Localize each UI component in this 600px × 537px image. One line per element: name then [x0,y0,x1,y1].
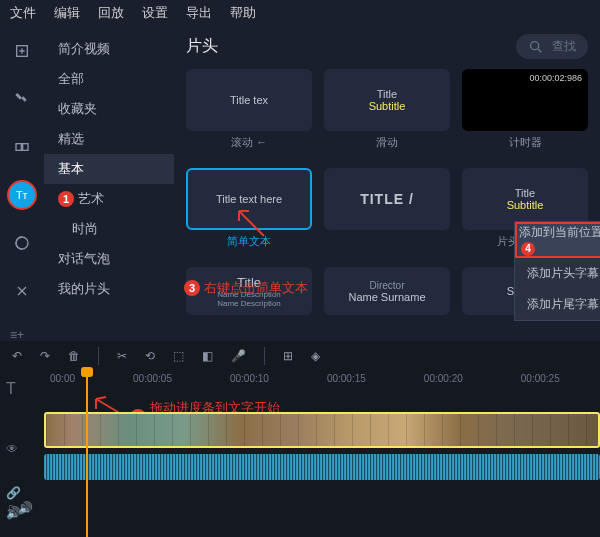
left-toolbar: Tт [0,26,44,341]
menu-settings[interactable]: 设置 [142,4,168,22]
sidebar-item-basic[interactable]: 基本 [44,154,174,184]
sidebar-item-mytitles[interactable]: 我的片头 [44,274,174,304]
sidebar-item-favorites[interactable]: 收藏夹 [44,94,174,124]
annotation-arrow-icon [229,201,269,241]
search-box[interactable]: 查找 [516,34,588,59]
crop-icon[interactable]: ⬚ [173,349,184,363]
svg-text:Tт: Tт [16,189,28,201]
card-label: 计时器 [462,135,588,150]
rotate-icon[interactable]: ⟲ [145,349,155,363]
link-icon[interactable]: 🔗 [6,486,21,500]
titles-icon[interactable]: Tт [7,180,37,210]
title-card[interactable]: TitleSubtitle [324,69,450,131]
sidebar-item-intro[interactable]: 简介视频 [44,34,174,64]
menu-export[interactable]: 导出 [186,4,212,22]
card-label: 滚动 ← [186,135,312,150]
menu-playback[interactable]: 回放 [98,4,124,22]
playhead[interactable] [86,371,88,537]
content-title: 片头 [186,36,218,57]
sidebar-item-art[interactable]: 1艺术 [44,184,174,214]
annotation-marker-1: 1 [58,191,74,207]
filters-icon[interactable] [7,84,37,114]
title-card[interactable]: Title tex [186,69,312,131]
svg-point-5 [531,41,539,49]
search-icon [528,39,544,55]
menubar: 文件 编辑 回放 设置 导出 帮助 [0,0,600,26]
delete-icon[interactable]: 🗑 [68,349,80,363]
context-menu: 添加到当前位置 4 添加片头字幕 添加片尾字幕 [514,221,600,321]
visibility-icon[interactable]: 👁 [6,442,18,456]
menu-file[interactable]: 文件 [10,4,36,22]
video-track[interactable] [44,412,600,448]
video-track-controls: 👁 [6,442,18,456]
sidebar-item-all[interactable]: 全部 [44,64,174,94]
audio-track[interactable] [44,454,600,480]
record-icon[interactable]: 🎤 [231,349,246,363]
context-add-opening[interactable]: 添加片头字幕 [515,258,600,289]
card-label: 滑动 [324,135,450,150]
title-card[interactable]: TITLE / [324,168,450,230]
transitions-icon[interactable] [7,132,37,162]
tools-icon[interactable] [7,276,37,306]
content-panel: 片头 查找 Title tex 滚动 ← TitleSubtitle 滑动 00… [174,26,600,341]
add-media-icon[interactable] [7,36,37,66]
svg-rect-2 [23,144,28,151]
title-card[interactable]: DirectorName Surname [324,267,450,315]
timeline: ↶ ↷ 🗑 ✂ ⟲ ⬚ ◧ 🎤 ⊞ ◈ 00:00 00:00:05 00:00… [0,341,600,537]
sidebar-item-bubbles[interactable]: 对话气泡 [44,244,174,274]
music-track-icon[interactable]: ♫ 🔊 [6,501,33,515]
title-card[interactable]: 00:00:02:986 [462,69,588,131]
svg-rect-1 [16,144,21,151]
annotation-marker-4: 4 [521,242,535,256]
context-add-current[interactable]: 添加到当前位置 4 [515,222,600,258]
cut-icon[interactable]: ✂ [117,349,127,363]
undo-icon[interactable]: ↶ [12,349,22,363]
redo-icon[interactable]: ↷ [40,349,50,363]
sidebar-item-featured[interactable]: 精选 [44,124,174,154]
stickers-icon[interactable] [7,228,37,258]
adjust-icon[interactable]: ◧ [202,349,213,363]
text-track-icon[interactable]: T [6,380,16,398]
context-add-closing[interactable]: 添加片尾字幕 [515,289,600,320]
add-track-icon[interactable]: ≡+ [10,328,24,342]
clip-props-icon[interactable]: ⊞ [283,349,293,363]
sidebar: 简介视频 全部 收藏夹 精选 基本 1艺术 时尚 对话气泡 我的片头 [44,26,174,341]
menu-edit[interactable]: 编辑 [54,4,80,22]
marker-icon[interactable]: ◈ [311,349,320,363]
sidebar-item-fashion[interactable]: 时尚 [44,214,174,244]
menu-help[interactable]: 帮助 [230,4,256,22]
annotation-3: 3右键点击简单文本 [184,279,308,297]
search-placeholder: 查找 [552,38,576,55]
